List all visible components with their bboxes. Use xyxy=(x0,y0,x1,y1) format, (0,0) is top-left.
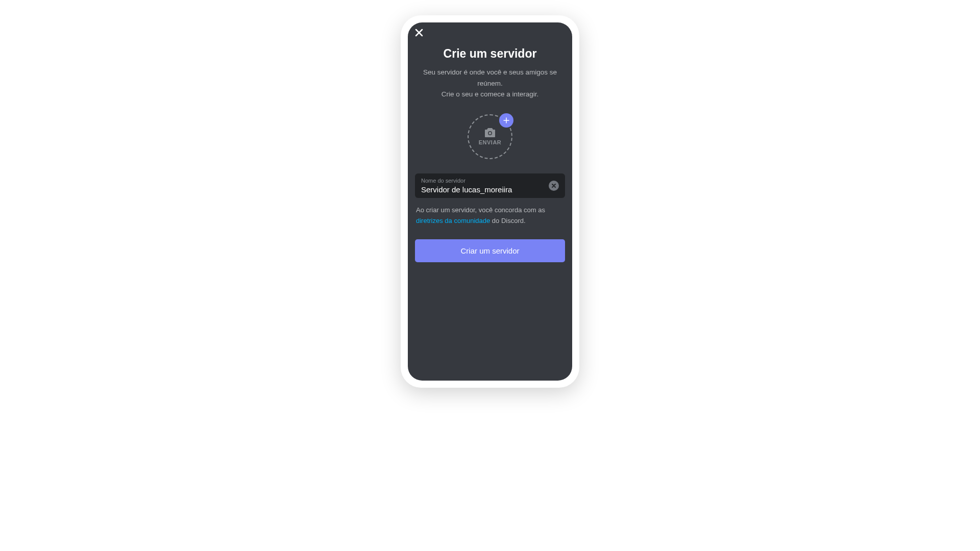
terms-suffix: do Discord. xyxy=(490,217,525,224)
clear-input-button[interactable] xyxy=(549,181,559,191)
terms-text: Ao criar um servidor, você concorda com … xyxy=(415,205,565,227)
community-guidelines-link[interactable]: diretrizes da comunidade xyxy=(416,217,490,224)
plus-badge xyxy=(499,113,513,128)
server-name-field[interactable]: Nome do servidor xyxy=(415,173,565,198)
page-subtitle: Seu servidor é onde você e seus amigos s… xyxy=(415,67,565,100)
upload-area: ENVIAR xyxy=(415,114,565,159)
close-button[interactable] xyxy=(415,29,423,39)
svg-point-1 xyxy=(489,132,492,135)
phone-frame: Crie um servidor Seu servidor é onde voc… xyxy=(401,15,579,388)
subtitle-line-1: Seu servidor é onde você e seus amigos s… xyxy=(423,68,557,87)
close-icon xyxy=(415,29,423,37)
clear-icon xyxy=(551,183,556,188)
plus-icon xyxy=(503,117,510,124)
server-name-input[interactable] xyxy=(421,185,549,194)
upload-label: ENVIAR xyxy=(479,139,502,145)
terms-prefix: Ao criar um servidor, você concorda com … xyxy=(416,206,545,214)
camera-icon xyxy=(484,128,496,138)
subtitle-line-2: Crie o seu e comece a interagir. xyxy=(442,90,539,98)
create-server-button[interactable]: Criar um servidor xyxy=(415,239,565,262)
app-screen: Crie um servidor Seu servidor é onde voc… xyxy=(408,22,572,381)
input-label: Nome do servidor xyxy=(421,178,549,184)
upload-image-button[interactable]: ENVIAR xyxy=(468,114,512,159)
input-text-group: Nome do servidor xyxy=(421,178,549,194)
page-title: Crie um servidor xyxy=(415,47,565,61)
